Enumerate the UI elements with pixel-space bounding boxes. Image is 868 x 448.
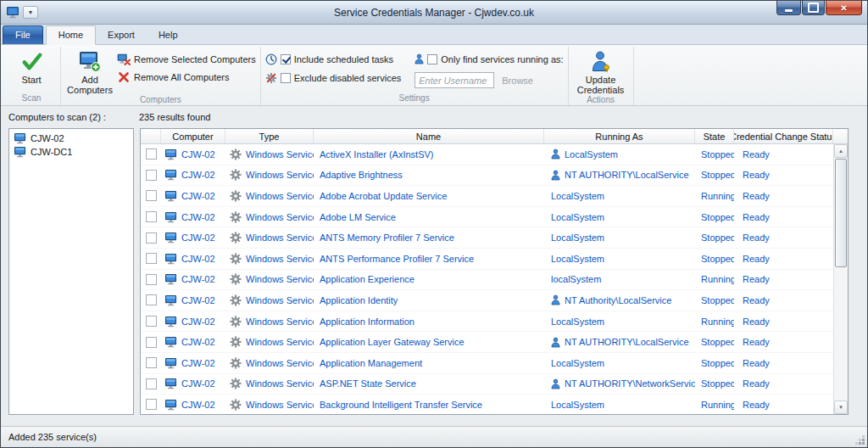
tab-export[interactable]: Export	[96, 26, 147, 44]
scroll-down-icon[interactable]	[834, 400, 848, 414]
ribbon-tab-bar: File Home Export Help	[1, 25, 867, 45]
table-row[interactable]: CJW-02 Windows Service Background Intell…	[141, 395, 833, 414]
row-checkbox[interactable]	[146, 232, 157, 244]
table-row[interactable]: CJW-02 Windows Service ASP.NET State Ser…	[141, 374, 833, 395]
sidebar-computer-item[interactable]: CJW-02	[11, 132, 131, 145]
row-checkbox[interactable]	[146, 316, 157, 327]
row-checkbox[interactable]	[146, 357, 157, 368]
state-text: Stopped	[701, 212, 734, 222]
row-checkbox[interactable]	[146, 274, 157, 285]
table-row[interactable]: CJW-02 Windows Service ActiveX Installer…	[141, 144, 833, 165]
row-checkbox-cell	[141, 353, 161, 373]
cell-name: Application Experience	[314, 270, 544, 290]
cell-credential-status: Ready	[734, 290, 833, 311]
row-checkbox[interactable]	[146, 148, 157, 160]
quick-access-dropdown[interactable]	[23, 6, 38, 19]
computer-icon	[164, 399, 177, 411]
table-header: Computer Type Name Running As State Cred…	[141, 129, 848, 144]
maximize-button[interactable]	[802, 1, 825, 15]
cell-credential-status: Ready	[734, 227, 833, 248]
include-scheduled-tasks-checkbox[interactable]	[281, 54, 291, 64]
cell-state: Running	[695, 270, 734, 290]
cell-computer: CJW-02	[161, 186, 225, 206]
only-find-running-as-checkbox[interactable]	[427, 54, 437, 64]
credential-status-text: Ready	[743, 337, 770, 347]
tab-help[interactable]: Help	[147, 26, 190, 44]
cell-credential-status: Ready	[734, 332, 833, 352]
remove-selected-computers-button[interactable]: Remove Selected Computers	[117, 53, 256, 65]
exclude-disabled-services-checkbox[interactable]	[281, 73, 291, 83]
resize-grip[interactable]	[854, 434, 865, 445]
cell-name: ANTS Performance Profiler 7 Service	[314, 249, 544, 269]
row-checkbox[interactable]	[146, 253, 157, 264]
header-credential-change-status[interactable]: Credential Change Status	[734, 129, 833, 143]
sidebar-computer-item[interactable]: CJW-DC1	[11, 145, 131, 159]
state-text: Stopped	[701, 170, 734, 180]
table-row[interactable]: CJW-02 Windows Service Adobe LM Service …	[141, 207, 833, 228]
add-computers-button[interactable]: Add Computers	[65, 48, 114, 95]
cell-running-as: LocalSystem	[544, 227, 695, 248]
tab-file[interactable]: File	[3, 25, 43, 44]
table-row[interactable]: CJW-02 Windows Service Application Ident…	[141, 290, 833, 311]
cell-credential-status: Ready	[734, 207, 833, 227]
row-checkbox[interactable]	[146, 399, 157, 410]
row-checkbox[interactable]	[146, 378, 157, 389]
scroll-up-icon[interactable]	[834, 144, 848, 158]
credential-status-text: Ready	[743, 400, 770, 410]
computer-icon	[164, 273, 177, 285]
table-row[interactable]: CJW-02 Windows Service Application Layer…	[141, 332, 833, 353]
update-credentials-button[interactable]: Update Credentials	[573, 48, 629, 95]
vertical-scrollbar[interactable]	[833, 144, 848, 414]
service-type-text: Windows Service	[246, 337, 314, 347]
header-running-as[interactable]: Running As	[544, 129, 695, 143]
tab-home[interactable]: Home	[46, 25, 96, 45]
row-checkbox[interactable]	[146, 294, 157, 305]
state-text: Stopped	[701, 295, 734, 305]
header-type[interactable]: Type	[225, 129, 314, 143]
cell-type: Windows Service	[225, 332, 314, 352]
cell-computer: CJW-02	[161, 374, 225, 395]
service-name-text: Application Identity	[320, 295, 398, 305]
row-checkbox[interactable]	[146, 190, 157, 201]
sidebar-computer-name: CJW-02	[31, 133, 64, 143]
header-name[interactable]: Name	[314, 129, 544, 143]
browse-button[interactable]: Browse	[502, 76, 533, 86]
cell-running-as: LocalSystem	[544, 186, 695, 206]
header-computer[interactable]: Computer	[161, 129, 225, 143]
app-icon[interactable]	[6, 6, 19, 19]
computer-icon	[164, 253, 177, 265]
close-button[interactable]	[826, 1, 862, 15]
cell-type: Windows Service	[225, 186, 314, 206]
user-icon	[551, 148, 560, 160]
cell-running-as: LocalSystem	[544, 353, 695, 373]
start-scan-button[interactable]: Start	[7, 48, 56, 93]
row-checkbox[interactable]	[146, 211, 157, 222]
service-name-text: ANTS Performance Profiler 7 Service	[320, 254, 474, 264]
computers-group-label: Computers	[65, 95, 256, 104]
header-checkbox-column[interactable]	[141, 129, 161, 143]
cell-state: Stopped	[695, 290, 734, 311]
table-row[interactable]: CJW-02 Windows Service Application Exper…	[141, 270, 833, 291]
computer-icon	[14, 146, 26, 158]
table-row[interactable]: CJW-02 Windows Service Application Manag…	[141, 353, 833, 374]
table-row[interactable]: CJW-02 Windows Service ANTS Memory Profi…	[141, 227, 833, 249]
table-row[interactable]: CJW-02 Windows Service ANTS Performance …	[141, 249, 833, 270]
username-input[interactable]	[415, 72, 494, 88]
remove-all-computers-button[interactable]: Remove All Computers	[117, 70, 256, 83]
cell-running-as: localSystem	[544, 270, 695, 290]
minimize-button[interactable]	[776, 1, 801, 15]
running-as-text: LocalSystem	[551, 358, 604, 368]
header-state[interactable]: State	[695, 129, 734, 143]
table-row[interactable]: CJW-02 Windows Service Application Infor…	[141, 311, 833, 333]
computer-name-text: CJW-02	[181, 274, 215, 284]
computer-icon	[164, 294, 177, 306]
table-row[interactable]: CJW-02 Windows Service Adobe Acrobat Upd…	[141, 186, 833, 207]
gear-icon	[230, 316, 242, 328]
scrollbar-thumb[interactable]	[835, 159, 847, 267]
row-checkbox[interactable]	[146, 337, 157, 348]
row-checkbox[interactable]	[146, 170, 157, 181]
running-as-text: LocalSystem	[565, 149, 618, 160]
cell-credential-status: Ready	[734, 186, 833, 206]
cell-type: Windows Service	[225, 249, 314, 269]
table-row[interactable]: CJW-02 Windows Service Adaptive Brightne…	[141, 165, 833, 187]
